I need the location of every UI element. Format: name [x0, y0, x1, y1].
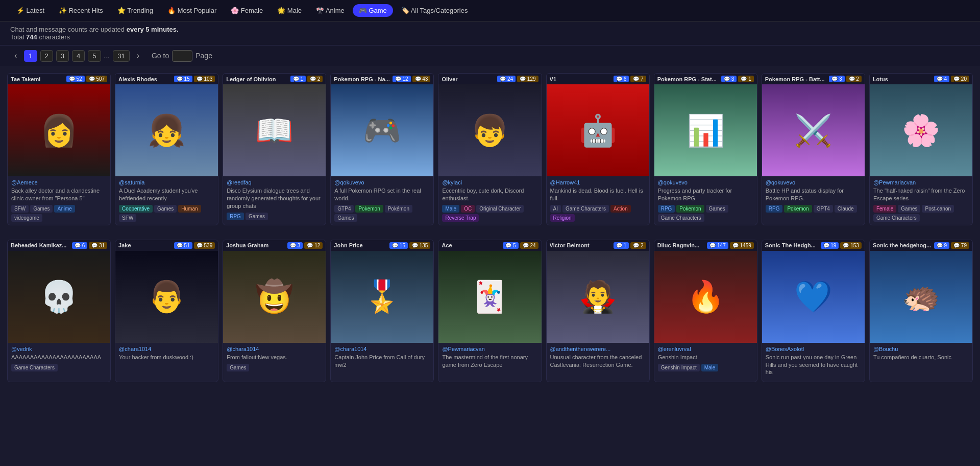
card-tag[interactable]: GPT4 [814, 205, 833, 213]
character-card[interactable]: Oliver💬 24💬 129👦@kylaciEccentric boy, cu… [438, 73, 542, 225]
card-author[interactable]: @andthentherewerere... [550, 346, 646, 352]
page-btn-3[interactable]: 3 [56, 50, 69, 62]
card-tag[interactable]: videogame [11, 214, 42, 222]
nav-item-female[interactable]: 🌸 Female [225, 4, 269, 17]
card-author[interactable]: @kylaci [442, 179, 537, 185]
card-tag[interactable]: AI [550, 205, 561, 213]
card-author[interactable]: @Pewmariacvan [442, 346, 537, 352]
card-author[interactable]: @Harrow41 [550, 179, 646, 185]
page-btn-31[interactable]: 31 [113, 50, 129, 62]
card-author[interactable]: @chara1014 [119, 346, 214, 352]
card-tag[interactable]: Anime [54, 205, 75, 213]
card-tag[interactable]: Games [30, 205, 53, 213]
card-tag[interactable]: Post-canon [922, 205, 954, 213]
character-card[interactable]: Sonic the hedgehog...💬 9💬 79🦔@BouchuTu c… [869, 240, 973, 383]
page-btn-1[interactable]: 1 [24, 50, 37, 62]
card-tag[interactable]: Game Characters [658, 214, 704, 222]
character-card[interactable]: Tae Takemi💬 52💬 507👩@AemeceBack alley do… [7, 73, 111, 225]
card-author[interactable]: @Aemece [11, 179, 107, 185]
prev-arrow[interactable]: ‹ [10, 50, 21, 62]
nav-item-most-popular[interactable]: 🔥 Most Popular [161, 4, 223, 17]
card-tag[interactable]: Religion [550, 214, 575, 222]
card-tag[interactable]: SFW [11, 205, 29, 213]
card-tag[interactable]: Male [442, 205, 459, 213]
card-image: 🤠 [223, 251, 326, 343]
card-tag[interactable]: Pokémon [385, 205, 412, 213]
card-tag[interactable]: Pokemon [676, 205, 704, 213]
card-tag[interactable]: Game Characters [562, 205, 609, 213]
card-desc: Battle HP and status display for Pokemon… [766, 187, 861, 202]
card-tag[interactable]: Pokemon [355, 205, 383, 213]
page-btn-2[interactable]: 2 [40, 50, 53, 62]
card-image: ⚔️ [762, 84, 865, 176]
card-author[interactable]: @qokuvevo [658, 179, 753, 185]
character-card[interactable]: Alexis Rhodes💬 15💬 103👧@saturniaA Duel A… [115, 73, 218, 225]
nav-item-recent-hits[interactable]: ✨ Recent Hits [53, 4, 109, 17]
card-author[interactable]: @Pewmariacvan [873, 179, 969, 185]
card-tag[interactable]: Cooperative [119, 205, 153, 213]
card-tag[interactable]: Games [706, 205, 728, 213]
card-author[interactable]: @BonesAxolotl [766, 346, 861, 352]
chat-count: 💬 6 [614, 76, 629, 82]
card-author[interactable]: @qokuvevo [766, 179, 861, 185]
msg-count: 💬 135 [409, 242, 430, 249]
card-tag[interactable]: Claude [835, 205, 857, 213]
character-card[interactable]: John Price💬 15💬 135🎖️@chara1014Captain J… [330, 240, 434, 383]
card-tag[interactable]: Pokemon [784, 205, 812, 213]
character-card[interactable]: Pokemon RPG - Na...💬 12💬 43🎮@qokuvevoA f… [330, 73, 434, 225]
character-card[interactable]: Ace💬 5💬 24🃏@PewmariacvanThe mastermind o… [438, 240, 542, 383]
next-arrow[interactable]: › [133, 50, 143, 62]
card-tag[interactable]: RPG [227, 213, 244, 220]
character-card[interactable]: Lotus💬 4💬 20🌸@PewmariacvanThe "half-nake… [869, 73, 973, 225]
card-tag[interactable]: SFW [119, 214, 136, 222]
card-tag[interactable]: Games [898, 205, 920, 213]
card-tag[interactable]: GTP4 [334, 205, 354, 213]
character-card[interactable]: Pokemon RPG - Stat...💬 3💬 1📊@qokuvevoPro… [654, 73, 757, 225]
card-tag[interactable]: Reverse Trap [442, 214, 479, 222]
card-author[interactable]: @erenluvrval [658, 346, 753, 352]
card-tag[interactable]: OC [461, 205, 475, 213]
character-card[interactable]: Diluc Ragnvin...💬 147💬 1459🔥@erenluvrval… [654, 240, 757, 383]
character-card[interactable]: Ledger of Oblivion💬 1💬 2📖@reedfaqDisco E… [223, 73, 326, 225]
card-tag[interactable]: Female [873, 205, 896, 213]
character-card[interactable]: Sonic The Hedgh...💬 19💬 153💙@BonesAxolot… [762, 240, 865, 383]
card-tag[interactable]: Game Characters [11, 364, 58, 371]
card-tag[interactable]: Male [701, 364, 719, 371]
card-author[interactable]: @reedfaq [227, 179, 322, 185]
card-tag[interactable]: Games [227, 364, 249, 371]
card-tag[interactable]: Games [246, 213, 268, 220]
character-card[interactable]: Joshua Graham💬 3💬 12🤠@chara1014From fall… [223, 240, 326, 383]
card-author[interactable]: @chara1014 [334, 346, 430, 352]
nav-item-latest[interactable]: ⚡ Latest [10, 4, 51, 17]
nav-item-anime[interactable]: 🎌 Anime [310, 4, 351, 17]
page-btn-4[interactable]: 4 [72, 50, 85, 62]
nav-item-trending[interactable]: ⭐ Trending [111, 4, 159, 17]
card-tag[interactable]: Human [178, 205, 201, 213]
nav-item-game[interactable]: 🎮 Game [353, 4, 393, 17]
card-tag[interactable]: Games [334, 214, 357, 222]
card-tag[interactable]: Game Characters [873, 214, 920, 222]
card-tag[interactable]: Games [154, 205, 177, 213]
card-tag[interactable]: RPG [658, 205, 675, 213]
msg-count: 💬 153 [840, 242, 861, 249]
nav-item-all-tags[interactable]: 🏷️ All Tags/Categories [395, 4, 474, 17]
card-tag[interactable]: RPG [766, 205, 783, 213]
goto-input[interactable] [172, 50, 192, 62]
card-tag[interactable]: Action [610, 205, 631, 213]
card-author[interactable]: @saturnia [119, 179, 214, 185]
character-card[interactable]: Beheaded Kamikaz...💬 6💬 31💀@vedrikAAAAAA… [7, 240, 111, 383]
card-tag[interactable]: Genshin Impact [658, 364, 700, 371]
nav-item-male[interactable]: 🌟 Male [271, 4, 308, 17]
character-card[interactable]: Victor Belmont💬 1💬 2🧛@andthentherewerere… [546, 240, 650, 383]
card-author[interactable]: @vedrik [11, 346, 107, 352]
card-author[interactable]: @Bouchu [873, 346, 969, 352]
character-card[interactable]: V1💬 6💬 7🤖@Harrow41Mankind is dead. Blood… [546, 73, 650, 225]
card-author[interactable]: @chara1014 [227, 346, 322, 352]
page-label: Page [195, 52, 212, 60]
card-tag[interactable]: Original Character [476, 205, 524, 213]
page-btn-5[interactable]: 5 [88, 50, 101, 62]
card-desc: Progress and party tracker for Pokemon R… [658, 187, 753, 202]
character-card[interactable]: Jake💬 51💬 539👨@chara1014Your hacker from… [115, 240, 218, 383]
character-card[interactable]: Pokemon RPG - Batt...💬 3💬 2⚔️@qokuvevoBa… [762, 73, 865, 225]
card-author[interactable]: @qokuvevo [334, 179, 430, 185]
